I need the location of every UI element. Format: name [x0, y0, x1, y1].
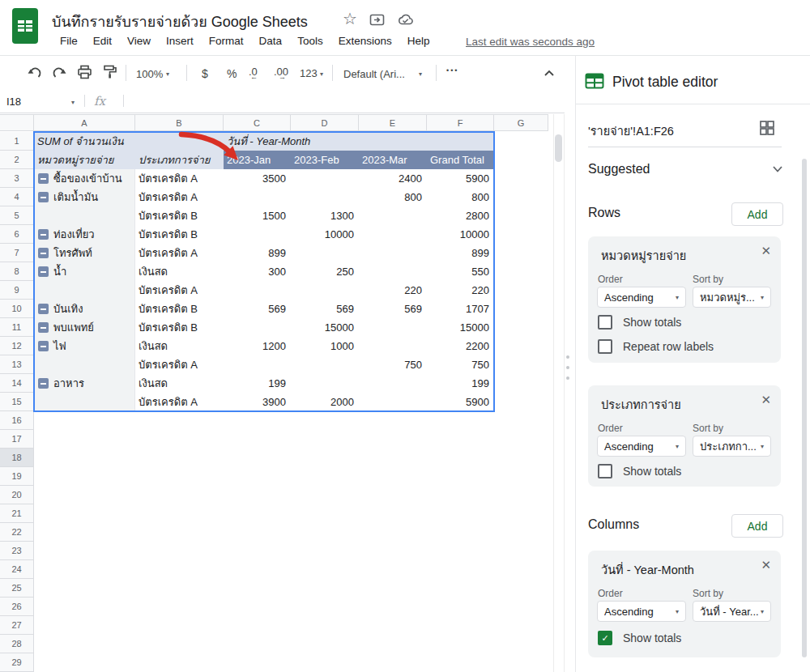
more-toolbar-icon[interactable]: ••• — [446, 66, 458, 74]
pivot-cell-type[interactable]: บัตรเครดิต A — [135, 169, 224, 188]
pivot-cell-type[interactable]: บัตรเครดิต B — [135, 225, 224, 244]
pivot-cell-mar[interactable] — [359, 318, 427, 337]
pivot-cell-type[interactable]: เงินสด — [135, 262, 224, 281]
sidebar-scrollbar-thumb[interactable] — [802, 159, 807, 657]
collapse-minus-button[interactable] — [38, 322, 49, 333]
pivot-cell-mar[interactable]: 2400 — [359, 169, 427, 188]
sort-by-select[interactable]: หมวดหมู่ร...▾ — [693, 287, 771, 308]
pivot-cell-category[interactable]: อาหาร — [34, 374, 135, 393]
pivot-cell-mar[interactable]: 750 — [359, 355, 427, 374]
row-header-22[interactable]: 22 — [0, 523, 34, 542]
pivot-cell-category[interactable]: ไฟ — [34, 337, 135, 355]
menu-item-format[interactable]: Format — [209, 35, 244, 47]
collapse-toolbar-icon[interactable] — [543, 68, 556, 78]
sheet-scrollbar-thumb[interactable] — [555, 134, 562, 162]
pivot-cell-category[interactable] — [34, 206, 135, 225]
pivot-cell-category[interactable]: โทรศัพท์ — [34, 244, 135, 262]
pivot-cell-mar[interactable]: 569 — [359, 300, 427, 318]
star-icon[interactable]: ☆ — [343, 9, 357, 28]
row-header-7[interactable]: 7 — [0, 244, 34, 262]
row-header-23[interactable]: 23 — [0, 542, 34, 560]
order-select[interactable]: Ascending▾ — [597, 287, 686, 308]
pivot-cell-category[interactable] — [34, 281, 135, 300]
collapse-minus-button[interactable] — [38, 341, 49, 351]
paint-format-icon[interactable] — [103, 65, 117, 79]
pivot-cell-category[interactable]: น้ำ — [34, 262, 135, 281]
column-header-F[interactable]: F — [427, 114, 494, 131]
row-header-21[interactable]: 21 — [0, 504, 34, 523]
pivot-cell-total[interactable]: 800 — [427, 188, 494, 206]
pivot-cell-feb[interactable] — [291, 169, 359, 188]
row-header-16[interactable]: 16 — [0, 411, 34, 430]
pivot-cell-mar[interactable]: 800 — [359, 188, 427, 206]
sheet-scrollbar-track[interactable] — [553, 114, 564, 672]
menu-item-data[interactable]: Data — [259, 35, 283, 47]
font-select[interactable]: Default (Ari... — [343, 68, 405, 80]
pivot-cell-jan[interactable]: 300 — [224, 262, 291, 281]
pivot-cell-category[interactable]: พบแพทย์ — [34, 318, 135, 337]
columns-add-button[interactable]: Add — [731, 514, 783, 538]
row-header-11[interactable]: 11 — [0, 318, 34, 337]
pivot-cell-total[interactable]: 5900 — [427, 169, 494, 188]
row-header-17[interactable]: 17 — [0, 430, 34, 449]
row-header-20[interactable]: 20 — [0, 486, 34, 504]
pivot-cell-total[interactable]: 220 — [427, 281, 494, 300]
row-header-25[interactable]: 25 — [0, 579, 34, 598]
row-header-3[interactable]: 3 — [0, 169, 34, 188]
row-header-15[interactable]: 15 — [0, 393, 34, 411]
pivot-cell-total[interactable]: 5900 — [427, 393, 494, 411]
pivot-cell-type[interactable]: เงินสด — [135, 337, 224, 355]
pivot-cell-feb[interactable] — [291, 244, 359, 262]
row-header-6[interactable]: 6 — [0, 225, 34, 244]
order-select[interactable]: Ascending▾ — [597, 601, 686, 622]
row-header-8[interactable]: 8 — [0, 262, 34, 281]
pivot-cell-feb[interactable] — [291, 188, 359, 206]
pivot-row-label-cell[interactable]: หมวดหมู่รายจ่าย — [37, 151, 113, 169]
pivot-cell-jan[interactable]: 3900 — [224, 393, 291, 411]
format-currency-button[interactable]: $ — [202, 67, 208, 80]
pivot-cell-mar[interactable] — [359, 244, 427, 262]
pivot-cell-category[interactable]: ซื้อของเข้าบ้าน — [34, 169, 135, 188]
show-totals-checkbox[interactable] — [598, 315, 612, 330]
pivot-cell-total[interactable]: 2200 — [427, 337, 494, 355]
pivot-cell-feb[interactable] — [291, 281, 359, 300]
pivot-cell-type[interactable]: บัตรเครดิต A — [135, 355, 224, 374]
pivot-cell-jan[interactable] — [224, 225, 291, 244]
pivot-cell-mar[interactable] — [359, 337, 427, 355]
name-box[interactable]: I18 — [6, 96, 21, 108]
row-header-13[interactable]: 13 — [0, 355, 34, 374]
row-header-2[interactable]: 2 — [0, 151, 34, 169]
pivot-value-title-cell[interactable]: SUM of จำนวนเงิน — [37, 132, 124, 151]
sort-by-select[interactable]: ประเภทกา...▾ — [693, 436, 771, 457]
pivot-cell-feb[interactable]: 10000 — [291, 225, 359, 244]
pivot-range-value[interactable]: 'รายจ่าย'!A1:F26 — [588, 121, 674, 140]
select-range-icon[interactable] — [759, 120, 775, 136]
row-header-10[interactable]: 10 — [0, 300, 34, 318]
zoom-select[interactable]: 100% — [136, 68, 163, 80]
close-icon[interactable]: ✕ — [761, 393, 771, 407]
undo-icon[interactable] — [27, 66, 42, 79]
formula-input[interactable] — [124, 95, 553, 108]
pivot-cell-mar[interactable] — [359, 374, 427, 393]
pivot-cell-total[interactable]: 550 — [427, 262, 494, 281]
row-header-5[interactable]: 5 — [0, 206, 34, 225]
suggested-section[interactable]: Suggested — [588, 162, 650, 177]
pivot-cell-mar[interactable] — [359, 206, 427, 225]
pivot-cell-type[interactable]: บัตรเครดิต A — [135, 188, 224, 206]
menu-item-extensions[interactable]: Extensions — [339, 35, 392, 47]
pivot-cell-total[interactable]: 199 — [427, 374, 494, 393]
pivot-cell-type[interactable]: บัตรเครดิต A — [135, 244, 224, 262]
row-header-14[interactable]: 14 — [0, 374, 34, 393]
pivot-cell-jan[interactable] — [224, 188, 291, 206]
pivot-cell-jan[interactable] — [224, 318, 291, 337]
row-header-9[interactable]: 9 — [0, 281, 34, 300]
menu-item-help[interactable]: Help — [407, 35, 430, 47]
pivot-col-header-grand-total[interactable]: Grand Total — [430, 151, 484, 169]
menu-item-file[interactable]: File — [60, 35, 78, 47]
pivot-cell-jan[interactable]: 569 — [224, 300, 291, 318]
pivot-cell-category[interactable]: ท่องเที่ยว — [34, 225, 135, 244]
row-header-29[interactable]: 29 — [0, 653, 34, 672]
order-select[interactable]: Ascending▾ — [597, 436, 686, 457]
pivot-cell-type[interactable]: บัตรเครดิต A — [135, 281, 224, 300]
row-header-4[interactable]: 4 — [0, 188, 34, 206]
